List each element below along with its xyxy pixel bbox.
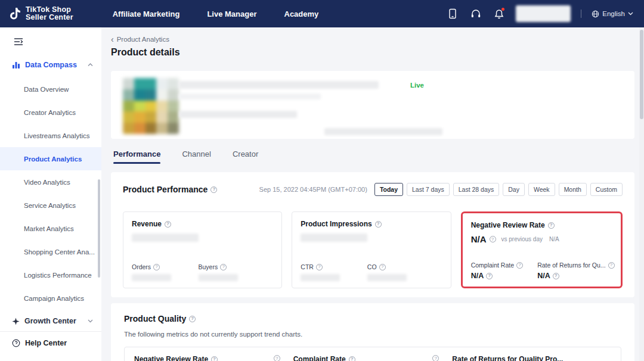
globe-icon	[592, 10, 599, 18]
info-icon[interactable]	[432, 355, 439, 361]
info-icon[interactable]	[379, 264, 386, 270]
tiktok-logo-icon	[8, 7, 21, 21]
info-icon[interactable]	[490, 236, 496, 242]
range-button-last-28-days[interactable]: Last 28 days	[453, 183, 500, 196]
support-headset-icon[interactable]	[469, 7, 482, 20]
range-button-month[interactable]: Month	[559, 183, 587, 196]
revenue-value-redacted	[132, 234, 199, 242]
info-icon[interactable]	[375, 221, 382, 228]
product-title-redacted	[179, 81, 379, 89]
quality-complaint-rate-label: Complaint Rate	[293, 355, 346, 361]
info-icon[interactable]	[274, 355, 280, 361]
chevron-down-icon	[88, 319, 93, 323]
revenue-metric-card[interactable]: Revenue Orders Buyers	[123, 211, 282, 288]
info-icon[interactable]	[548, 222, 555, 229]
quality-metrics-box: Negative Review Rate Complaint Rate Rate…	[124, 347, 621, 361]
user-avatar[interactable]	[516, 5, 571, 22]
sidebar-item-creator-analytics[interactable]: Creator Analytics	[0, 101, 101, 124]
product-meta2-redacted	[324, 128, 442, 135]
quality-section-title: Product Quality	[124, 314, 621, 323]
quality-col-complaint-rate: Complaint Rate	[293, 355, 453, 361]
tab-performance[interactable]: Performance	[113, 150, 160, 164]
info-icon[interactable]	[486, 273, 493, 279]
info-icon[interactable]	[316, 264, 323, 270]
quality-title-text: Product Quality	[124, 314, 186, 323]
brand[interactable]: TikTok Shop Seller Center	[8, 6, 73, 21]
brand-text: TikTok Shop Seller Center	[26, 6, 73, 21]
nav-link-academy[interactable]: Academy	[284, 10, 319, 18]
co-value-redacted	[367, 274, 407, 281]
chevron-up-icon	[88, 63, 93, 67]
sidebar-help-center[interactable]: Help Center	[0, 331, 101, 361]
sidebar-item-product-analytics[interactable]: Product Analytics	[0, 147, 101, 170]
negative-review-rate-value: N/A	[471, 234, 487, 244]
back-chevron-icon: ‹	[111, 36, 114, 43]
sidebar-item-service-analytics[interactable]: Service Analytics	[0, 194, 101, 217]
info-icon[interactable]	[608, 262, 615, 269]
vs-previous-day-value: N/A	[549, 236, 559, 242]
product-info: Live	[179, 78, 623, 132]
vs-previous-day-label: vs previous day	[501, 236, 543, 242]
mobile-app-icon[interactable]	[446, 7, 459, 20]
info-icon[interactable]	[210, 186, 217, 193]
nav-link-affiliate-marketing[interactable]: Affiliate Marketing	[113, 10, 180, 18]
ctr-label: CTR	[301, 263, 314, 270]
sidebar-item-campaign-analytics[interactable]: Campaign Analytics	[0, 287, 101, 310]
help-center-icon	[12, 339, 20, 347]
growth-center-icon	[12, 318, 20, 325]
sidebar-item-market-analytics[interactable]: Market Analytics	[0, 217, 101, 240]
page-scrollbar-thumb[interactable]	[640, 30, 643, 119]
tab-channel[interactable]: Channel	[182, 150, 210, 164]
sidebar-section-data-compass[interactable]: Data Compass	[0, 57, 101, 73]
sidebar-section-growth-center[interactable]: Growth Center	[0, 310, 101, 332]
range-button-today[interactable]: Today	[374, 183, 403, 196]
page-scrollbar-track[interactable]	[639, 27, 644, 361]
live-status-badge: Live	[410, 82, 424, 89]
range-button-custom[interactable]: Custom	[590, 183, 623, 196]
info-icon[interactable]	[153, 264, 160, 270]
top-navbar: TikTok Shop Seller Center Affiliate Mark…	[0, 0, 644, 27]
tab-creator[interactable]: Creator	[233, 150, 258, 164]
complaint-rate-value: N/A	[471, 272, 484, 280]
sidebar-item-shopping-center-analytics[interactable]: Shopping Center Ana...	[0, 240, 101, 263]
language-selector[interactable]: English	[592, 10, 633, 18]
product-meta-redacted	[179, 111, 297, 118]
buyers-label: Buyers	[199, 263, 218, 270]
product-image	[123, 78, 179, 134]
sidebar-collapse-icon[interactable]	[12, 35, 25, 48]
info-icon[interactable]	[211, 356, 218, 361]
range-button-day[interactable]: Day	[503, 183, 525, 196]
sidebar-section-label: Data Compass	[25, 61, 83, 69]
orders-value-redacted	[132, 274, 171, 281]
quality-returns-rate-label: Rate of Returns for Quality Pro...	[452, 355, 563, 361]
info-icon[interactable]	[189, 316, 196, 322]
range-button-last-7-days[interactable]: Last 7 days	[407, 183, 450, 196]
sidebar-scrollbar[interactable]	[98, 179, 100, 278]
sidebar-item-video-analytics[interactable]: Video Analytics	[0, 170, 101, 194]
navbar-divider	[581, 10, 581, 18]
date-range-group: Today Last 7 days Last 28 days Day Week …	[374, 183, 623, 196]
impressions-metric-card[interactable]: Product Impressions CTR CO	[292, 211, 451, 288]
buyers-value-redacted	[199, 274, 238, 281]
product-subtitle-redacted	[179, 94, 321, 99]
product-performance-card: Product Performance Sep 15, 2022 04:45PM…	[111, 172, 634, 297]
negative-review-rate-metric-card[interactable]: Negative Review Rate N/A vs previous day…	[461, 211, 623, 288]
info-icon[interactable]	[220, 264, 227, 270]
info-icon[interactable]	[349, 356, 355, 361]
main-content: ‹ Product Analytics Product details Live…	[101, 27, 644, 361]
notifications-bell-icon[interactable]	[493, 7, 506, 20]
info-icon[interactable]	[516, 262, 523, 269]
detail-tabs: Performance Channel Creator	[111, 150, 634, 164]
impressions-value-redacted	[301, 234, 367, 242]
info-icon[interactable]	[165, 221, 171, 228]
quality-note: The following metrics do not currently s…	[124, 331, 621, 338]
sidebar-item-logistics-performance[interactable]: Logistics Performance	[0, 263, 101, 287]
co-label: CO	[367, 263, 377, 270]
sidebar-item-livestreams-analytics[interactable]: Livestreams Analytics	[0, 124, 101, 147]
sidebar-item-data-overview[interactable]: Data Overview	[0, 77, 101, 101]
quality-col-negative-review-rate: Negative Review Rate	[134, 355, 293, 361]
nav-link-live-manager[interactable]: Live Manager	[207, 10, 256, 18]
range-button-week[interactable]: Week	[528, 183, 555, 196]
info-icon[interactable]	[553, 273, 559, 279]
breadcrumb[interactable]: ‹ Product Analytics	[111, 36, 634, 43]
